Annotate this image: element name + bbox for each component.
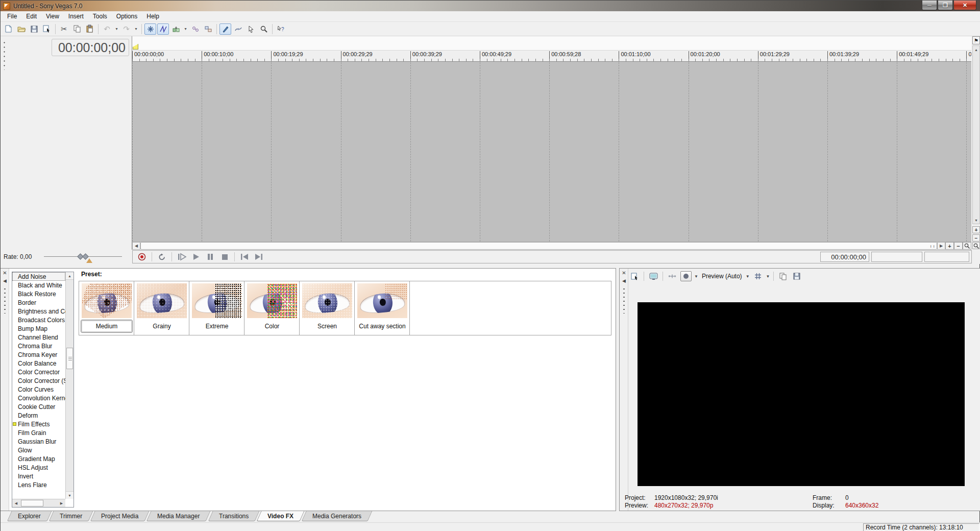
fx-list-item[interactable]: HSL Adjust (12, 463, 65, 472)
go-to-start-button[interactable] (238, 252, 251, 262)
redo-button[interactable]: ↷ (120, 23, 132, 35)
zoom-tool-button[interactable] (963, 242, 971, 250)
lock-envelopes-button[interactable] (189, 23, 201, 35)
zoom-in-track-height-button[interactable]: + (972, 226, 980, 233)
dock-grip[interactable] (4, 287, 6, 313)
fx-list-item[interactable]: Convolution Kernel (12, 394, 65, 402)
preview-mode-label[interactable]: Preview (Auto) (702, 273, 742, 280)
fx-list-vertical-scrollbar[interactable]: ▲ ▼ (65, 272, 74, 499)
fx-list-item[interactable]: Chroma Keyer (12, 350, 65, 359)
menu-item[interactable]: Help (142, 12, 164, 21)
dock-tab[interactable]: Media Manager (146, 511, 211, 521)
auto-ripple-dropdown[interactable]: ▾ (183, 23, 188, 35)
project-properties-button[interactable] (41, 23, 53, 35)
selection-end-display[interactable] (871, 252, 922, 262)
overlay-grid-button[interactable] (752, 271, 764, 281)
undo-dropdown[interactable]: ▾ (114, 23, 119, 35)
scroll-left-button[interactable]: ◀ (132, 242, 140, 250)
selection-edit-tool-button[interactable] (245, 23, 257, 35)
insert-marker-button[interactable]: ⚑ (972, 36, 980, 44)
minimize-button[interactable]: ─ (922, 1, 937, 10)
marker-bar[interactable] (132, 36, 971, 51)
preset-card[interactable]: Color (244, 281, 300, 335)
fx-list-item[interactable]: Broadcast Colors (12, 316, 65, 324)
scroll-left-button[interactable]: ◀ (12, 499, 20, 507)
fx-list-item[interactable]: Film Grain (12, 428, 65, 437)
go-to-end-button[interactable] (253, 252, 265, 262)
marker-indicator-icon[interactable] (133, 44, 138, 50)
pause-button[interactable] (204, 252, 216, 262)
close-dock-icon[interactable]: ✕ (621, 270, 627, 276)
menu-item[interactable]: Insert (64, 12, 88, 21)
copy-button[interactable] (71, 23, 83, 35)
dock-grip[interactable] (3, 40, 6, 70)
chevron-down-icon[interactable]: ▼ (694, 274, 698, 279)
automatic-crossfades-button[interactable] (157, 23, 169, 35)
scroll-up-button[interactable]: ▲ (66, 272, 74, 280)
chevron-down-icon[interactable]: ▼ (766, 274, 770, 279)
ignore-event-grouping-button[interactable] (202, 23, 214, 35)
menu-item[interactable]: View (41, 12, 64, 21)
dock-tab[interactable]: Project Media (90, 511, 149, 521)
timeline-vertical-scrollbar[interactable]: ▲ ▼ (972, 45, 980, 224)
fx-list-item[interactable]: Gaussian Blur (12, 437, 65, 446)
preview-quality-button[interactable] (680, 271, 692, 281)
scroll-down-button[interactable]: ▼ (66, 491, 74, 499)
restore-button[interactable]: ❐ (938, 1, 953, 10)
dock-grip[interactable] (623, 287, 625, 313)
fx-list-item[interactable]: Brightness and Cont (12, 307, 65, 316)
menu-item[interactable]: Edit (21, 12, 41, 21)
dock-tab[interactable]: Media Generators (302, 511, 373, 521)
timecode-display[interactable]: 00:00:00;00 (52, 39, 129, 56)
preset-card[interactable]: Medium (79, 281, 134, 335)
undock-arrow-icon[interactable]: ◀ (621, 277, 627, 284)
zoom-tool-vertical-button[interactable] (972, 242, 980, 249)
undock-arrow-icon[interactable]: ◀ (2, 277, 8, 284)
timeline-horizontal-scrollbar[interactable]: ◀ ▶ + − (132, 242, 971, 250)
play-button[interactable] (190, 252, 202, 262)
fx-list-item[interactable]: Black Restore (12, 289, 65, 298)
fx-list-item[interactable]: Black and White (12, 281, 65, 289)
fx-list-horizontal-scrollbar[interactable]: ◀ ▶ (12, 499, 65, 507)
menu-item[interactable]: Options (112, 12, 142, 21)
dock-tab[interactable]: Video FX (256, 511, 304, 521)
fx-list-item[interactable]: Chroma Blur (12, 342, 65, 350)
fx-list-item[interactable]: Cookie Cutter (12, 402, 65, 411)
new-project-button[interactable] (3, 23, 14, 35)
redo-dropdown[interactable]: ▾ (133, 23, 139, 35)
scrollbar-thumb[interactable] (21, 500, 43, 506)
split-screen-view-button[interactable] (667, 271, 678, 281)
fx-list-item[interactable]: Film Effects (12, 420, 65, 428)
save-button[interactable] (28, 23, 40, 35)
external-monitor-button[interactable] (648, 271, 659, 281)
stop-button[interactable] (218, 252, 231, 262)
cut-button[interactable]: ✂ (58, 23, 70, 35)
fx-list-item[interactable]: Color Balance (12, 359, 65, 368)
time-ruler[interactable]: 00:00:00;0000:00:10;0000:00:19;2900:00:2… (132, 51, 971, 62)
record-button[interactable] (136, 252, 148, 262)
cursor-time-display[interactable]: 00:00:00;00 (820, 252, 869, 262)
selection-length-display[interactable] (924, 252, 969, 262)
normal-edit-tool-button[interactable] (219, 23, 231, 35)
scroll-right-button[interactable]: ▶ (937, 242, 945, 250)
save-snapshot-button[interactable] (791, 271, 802, 281)
scrollbar-thumb[interactable] (140, 242, 937, 250)
envelope-edit-tool-button[interactable] (232, 23, 244, 35)
undo-button[interactable]: ↶ (101, 23, 113, 35)
timeline-body[interactable] (132, 62, 971, 242)
menu-item[interactable]: File (3, 12, 21, 21)
fx-list-item[interactable]: Invert (12, 472, 65, 480)
preset-card[interactable]: Cut away section (355, 281, 410, 335)
preset-card[interactable]: Extreme (189, 281, 244, 335)
preset-card[interactable]: Screen (300, 281, 355, 335)
dock-tab[interactable]: Transitions (208, 511, 259, 521)
fx-list-item[interactable]: Glow (12, 446, 65, 454)
fx-list-item[interactable]: Levels (12, 489, 65, 491)
scroll-up-button[interactable]: ▲ (973, 46, 979, 53)
dock-tab[interactable]: Explorer (7, 511, 52, 521)
dock-tab[interactable]: Trimmer (48, 511, 93, 521)
fx-list-item[interactable]: Channel Blend (12, 333, 65, 342)
copy-snapshot-button[interactable] (777, 271, 789, 281)
zoom-out-track-height-button[interactable]: − (972, 234, 980, 242)
scrollbar-thumb[interactable] (66, 348, 73, 369)
